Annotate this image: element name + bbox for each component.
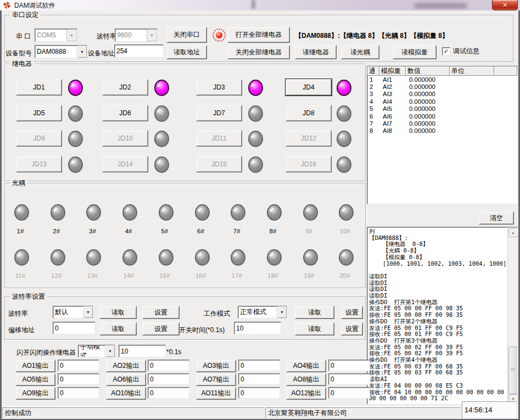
relay-button-jd3[interactable]: JD3: [196, 79, 242, 96]
scrollbar-thumb[interactable]: [508, 346, 518, 394]
relay-button-jd5[interactable]: JD5: [16, 105, 62, 121]
ao-output-input-8[interactable]: 0: [328, 373, 370, 385]
opto-label-3: 3#: [81, 228, 103, 234]
read-analog-button[interactable]: 读模拟量: [393, 45, 437, 59]
table-header-4[interactable]: 单位: [450, 66, 494, 76]
offset-address-input[interactable]: 0: [53, 322, 96, 334]
relay-button-jd7[interactable]: JD7: [196, 105, 242, 121]
read-opto-button[interactable]: 读光耦: [341, 45, 379, 59]
close-all-relays-button[interactable]: 关闭全部继电器: [227, 45, 290, 59]
workmode-set-button[interactable]: 设置: [341, 306, 363, 319]
relay-button-jd2[interactable]: JD2: [102, 79, 148, 96]
ao-output-button-9[interactable]: AO9输出: [15, 387, 55, 400]
read-relay-button[interactable]: 读继电器: [295, 45, 337, 59]
ao-output-button-3[interactable]: AO3输出: [196, 360, 236, 372]
clear-log-button[interactable]: 清空: [479, 211, 514, 225]
close-port-button[interactable]: 关闭串口: [166, 27, 207, 43]
table-row[interactable]: 3AI30.000000: [367, 91, 517, 98]
table-header-3[interactable]: 数值: [406, 66, 450, 76]
baud-set-button[interactable]: 设置: [142, 306, 180, 319]
ao-output-input-7[interactable]: 0: [238, 373, 280, 385]
relay-button-jd1[interactable]: JD1: [16, 79, 62, 96]
ao-output-input-6[interactable]: 0: [148, 373, 189, 385]
table-cell: 1: [367, 76, 379, 83]
ao-output-button-4[interactable]: AO4输出: [286, 360, 326, 372]
opto-led-3: [86, 204, 101, 221]
baud-read-button[interactable]: 读取: [99, 306, 137, 319]
ao-output-input-4[interactable]: 0: [328, 360, 370, 371]
opto-label-8: 8#: [262, 228, 284, 234]
table-row[interactable]: 5AI50.000000: [367, 105, 517, 113]
offset-read-button[interactable]: 读取: [99, 322, 137, 335]
ao-output-input-3[interactable]: 0: [238, 360, 280, 371]
ao-output-button-6[interactable]: AO6输出: [106, 373, 146, 386]
ao-output-button-2[interactable]: AO2输出: [106, 360, 146, 372]
flash-time-input[interactable]: 10: [119, 345, 166, 357]
ao-output-input-2[interactable]: 0: [148, 360, 189, 371]
open-all-relays-button[interactable]: 打开全部继电器: [227, 27, 290, 43]
switch-time-read-button[interactable]: 读取: [295, 322, 334, 335]
device-address-input[interactable]: 254: [114, 44, 164, 58]
checkbox-check-icon: ✓: [442, 47, 450, 55]
relay-led-jd9: [68, 131, 83, 147]
ao-output-input-5[interactable]: 0: [58, 373, 99, 385]
chevron-down-icon: ▼: [277, 306, 287, 318]
table-cell: AI8: [379, 127, 406, 134]
relay-button-jd4[interactable]: JD4: [286, 79, 332, 96]
relay-led-jd12: [337, 131, 351, 147]
table-row[interactable]: 8AI80.000000: [367, 127, 517, 135]
analog-values-table[interactable]: 通模拟量数值单位 1AI10.0000002AI20.0000003AI30.0…: [367, 66, 518, 204]
table-row[interactable]: 6AI60.000000: [367, 113, 517, 120]
opto-led-1: [14, 204, 29, 221]
switch-time-input[interactable]: 10: [234, 322, 281, 334]
opto-label-9: 9#: [298, 228, 320, 234]
workmode-combobox[interactable]: 正常模式 ▼: [238, 306, 287, 318]
table-row[interactable]: 4AI40.000000: [367, 98, 517, 105]
table-header-2[interactable]: 模拟量: [379, 66, 406, 76]
ao-output-input-1[interactable]: 0: [58, 360, 99, 371]
title-bar[interactable]: DAM调试软件 ✕: [0, 0, 520, 11]
log-text: 列 【DAM0888】: 【继电器 0-8】 【光耦 0-8】 【模拟量 0-8…: [369, 228, 507, 402]
ao-output-input-11[interactable]: 0: [238, 387, 280, 399]
opto-label-20: 20#: [334, 272, 356, 279]
ao-output-button-10[interactable]: AO10输出: [106, 387, 146, 400]
relay-button-jd11: JD11: [196, 130, 242, 147]
debug-log[interactable]: 列 【DAM0888】: 【继电器 0-8】 【光耦 0-8】 【模拟量 0-8…: [367, 227, 518, 405]
table-header-1[interactable]: 通: [367, 66, 379, 76]
relay-led-jd6: [154, 105, 169, 122]
port-combobox: COM5 ▼: [35, 29, 77, 42]
read-address-button[interactable]: 读取地址: [166, 45, 207, 59]
flash-time-unit: *0.1s: [166, 348, 181, 356]
switch-time-set-button[interactable]: 设置: [341, 322, 363, 335]
ao-output-button-1[interactable]: AO1输出: [15, 360, 55, 372]
ao-output-button-12[interactable]: AO12输出: [286, 387, 326, 400]
device-model-combobox[interactable]: DAM0888 ▼: [35, 45, 87, 58]
table-row[interactable]: 7AI70.000000: [367, 120, 517, 127]
ao-output-button-5[interactable]: AO5输出: [15, 373, 55, 386]
close-button[interactable]: ✕: [492, 0, 518, 10]
debug-info-checkbox[interactable]: ✓ 调试信息: [442, 47, 479, 56]
ao-output-button-11[interactable]: AO11输出: [196, 387, 236, 400]
ao-output-input-12[interactable]: 0: [328, 387, 370, 399]
relay-button-jd8[interactable]: JD8: [286, 105, 332, 121]
table-row[interactable]: 2AI20.000000: [367, 83, 517, 90]
port-open-led-icon: [213, 29, 226, 42]
table-cell: 7: [367, 120, 379, 127]
chevron-down-icon: ▼: [147, 29, 157, 41]
ao-output-input-10[interactable]: 0: [148, 387, 189, 399]
ao-output-button-7[interactable]: AO7输出: [196, 373, 236, 386]
opto-label-7: 7#: [226, 228, 248, 234]
table-cell: 0.000000: [406, 83, 450, 90]
scroll-up-icon[interactable]: ▲: [508, 228, 518, 237]
baud-set-combobox[interactable]: 默认 ▼: [53, 306, 93, 318]
ao-output-input-9[interactable]: 0: [58, 387, 99, 399]
relay-button-jd6[interactable]: JD6: [102, 105, 148, 121]
ao-output-button-8[interactable]: AO8输出: [286, 373, 326, 386]
log-scrollbar[interactable]: ▲ ▼: [507, 227, 517, 404]
flash-mode-combobox[interactable]: 手动模式 ▼: [78, 345, 115, 357]
opto-led-5: [159, 204, 174, 221]
status-time: 14:56:14: [462, 401, 517, 418]
table-row[interactable]: 1AI10.000000: [367, 76, 517, 83]
offset-set-button[interactable]: 设置: [142, 322, 180, 335]
workmode-read-button[interactable]: 读取: [295, 306, 334, 319]
